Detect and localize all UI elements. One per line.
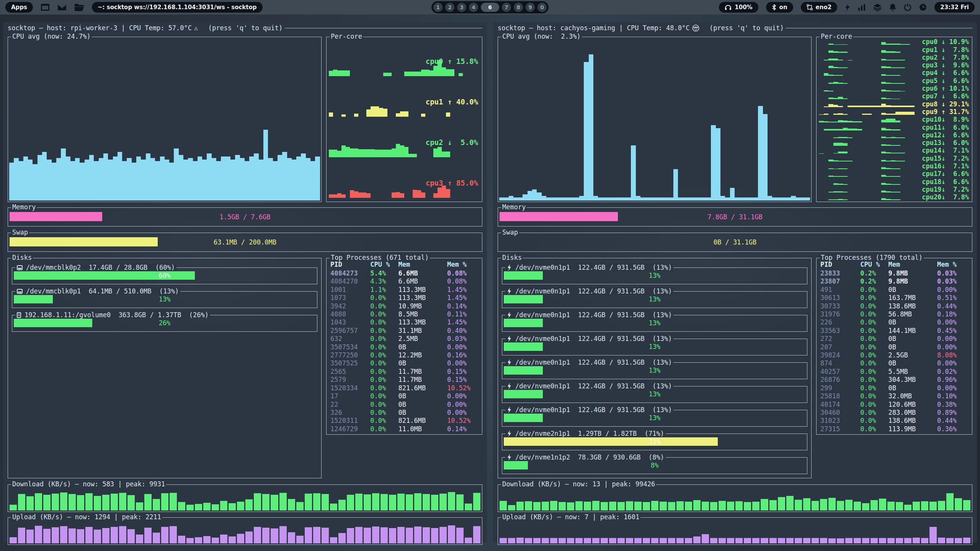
window-icon[interactable] xyxy=(41,3,50,11)
workspace-button[interactable]: 7 xyxy=(502,3,511,12)
workspace-button[interactable]: 3 xyxy=(457,3,466,12)
core-usage-label: cpu7 ↓ 6.6% xyxy=(922,92,969,100)
core-usage-label: cpu3 ↑ 85.0% xyxy=(426,179,478,187)
disk-usage-percent: 13% xyxy=(504,319,805,327)
process-row: 31976 0.0% 56.8MB 0.18% xyxy=(817,310,972,318)
headphones-icon xyxy=(725,4,732,10)
clock-label: 23:32 Fri xyxy=(940,4,969,11)
disk-icon xyxy=(507,336,512,342)
disk-usage-bar: 13% xyxy=(504,414,805,422)
disk-usage-bar: 71% xyxy=(504,437,805,446)
top-bar: Apps ~: socktop ws://192.168.1.104:3031/… xyxy=(0,0,980,15)
download-label: Download (KB/s) — now: 13 | peak: 99426 xyxy=(501,480,656,488)
network-pill[interactable]: eno2 xyxy=(801,2,838,13)
bluetooth-pill[interactable]: on xyxy=(766,2,793,13)
disk-item: /dev/mmcblk0p1 64.1MB / 510.0MB (13%) 13… xyxy=(12,291,317,308)
workspace-button[interactable]: 4 xyxy=(469,3,478,12)
core-usage-label: cpu12↓ 6.6% xyxy=(922,131,969,139)
core-history-chart xyxy=(819,162,915,169)
layers-icon[interactable] xyxy=(873,3,882,11)
workspace-button[interactable]: 8 xyxy=(514,3,523,12)
process-row: 23807 0.2% 9.8MB 0.03% xyxy=(817,277,972,285)
mail-icon[interactable] xyxy=(57,4,67,11)
process-row: 1001 1.1% 113.3MB 1.45% xyxy=(327,286,482,294)
process-row: 2579 0.0% 11.7MB 0.15% xyxy=(327,376,482,384)
core-usage-label: cpu4 ↓ 6.6% xyxy=(922,69,969,77)
core-row: cpu2 ↓ 5.0% xyxy=(327,119,482,160)
process-row: 272 0.0% 0B 0.00% xyxy=(817,335,972,343)
disk-icon xyxy=(507,383,512,390)
core-usage-label: cpu1 ↑ 40.0% xyxy=(426,98,478,106)
disk-usage-percent: 13% xyxy=(504,272,805,279)
disk-item: /dev/mmcblk0p2 17.4GB / 28.8GB (60%) 60% xyxy=(12,267,317,284)
workspace-button[interactable]: 1 xyxy=(433,3,443,12)
process-row: 632 0.0% 2.5MB 0.03% xyxy=(327,335,482,343)
headset-battery-pill[interactable]: 100% xyxy=(719,2,758,13)
disk-info: /dev/nvme0n1p1 122.4GB / 931.5GB (13%) xyxy=(515,382,672,390)
memory-panel: Memory 1.5GB / 7.6GB xyxy=(8,207,482,227)
disk-icon xyxy=(507,407,512,413)
core-row: cpu16↓ 7.1% xyxy=(817,162,972,170)
disk-info: /dev/nvme0n1p1 122.4GB / 931.5GB (13%) xyxy=(515,406,672,414)
process-row: 25818 0.0% 32.0MB 0.10% xyxy=(817,392,972,400)
core-row: cpu3 ↓ 9.6% xyxy=(817,61,972,69)
process-row: 491 0.0% 0B 0.00% xyxy=(817,286,972,294)
disk-header: /dev/nvme2n1p1 1.29TB / 1.82TB (71%) xyxy=(505,430,666,437)
core-row: cpu20↓ 7.8% xyxy=(817,193,972,201)
download-label: Download (KB/s) — now: 583 | peak: 9931 xyxy=(11,480,166,488)
process-row: 40257 0.0% 5.5MB 0.02% xyxy=(817,368,972,376)
swap-label: Swap xyxy=(501,228,519,236)
per-core-panel: Per-core cpu0 ↓ 10.9% cpu1 ↓ 7.8% cpu2 ↓… xyxy=(816,37,972,202)
upload-label: Upload (KB/s) — now: 1294 | peak: 2211 xyxy=(11,513,162,521)
disk-icon xyxy=(17,312,21,318)
disk-usage-percent: 13% xyxy=(14,295,315,303)
audio-levels-icon[interactable] xyxy=(858,4,866,11)
core-row: cpu8 ↓ 29.1% xyxy=(817,100,972,108)
process-row: 33563 0.0% 144.1MB 0.45% xyxy=(817,327,972,335)
top-processes-panel: Top Processes (671 total) PID CPU % Mem … xyxy=(326,258,482,435)
core-usage-label: cpu11↓ 6.0% xyxy=(922,124,969,131)
core-history-chart xyxy=(819,108,915,115)
disk-list: /dev/mmcblk0p2 17.4GB / 28.8GB (60%) 60%… xyxy=(8,258,321,478)
swap-value: 63.1MB / 200.0MB xyxy=(8,238,482,246)
core-usage-label: cpu2 ↓ 7.8% xyxy=(922,54,969,61)
clock-icon[interactable] xyxy=(919,3,927,11)
core-history-chart xyxy=(819,147,915,154)
power-profile-bolt-icon[interactable] xyxy=(845,3,850,11)
process-row: 4088 0.0% 8.5MB 0.11% xyxy=(327,310,482,318)
core-row: cpu19↓ 7.2% xyxy=(817,186,972,193)
top-processes-label: Top Processes (1790 total) xyxy=(820,254,924,261)
swap-value: 0B / 31.1GB xyxy=(498,238,972,246)
memory-value: 7.8GB / 31.1GB xyxy=(498,213,972,221)
title-rule xyxy=(786,28,972,28)
core-usage-label: cpu17↓ 6.6% xyxy=(922,170,969,178)
process-row: 874 0.0% 0B 0.00% xyxy=(817,359,972,367)
bell-icon[interactable] xyxy=(889,3,896,11)
process-row: 23833 0.2% 9.8MB 0.03% xyxy=(817,269,972,277)
disk-header: /dev/mmcblk0p1 64.1MB / 510.0MB (13%) xyxy=(15,287,180,295)
core-row: cpu1 ↓ 7.8% xyxy=(817,46,972,53)
workspace-button[interactable]: 2 xyxy=(445,3,454,12)
disk-usage-percent: 71% xyxy=(504,438,805,445)
disk-usage-percent: 13% xyxy=(504,414,805,422)
swap-panel: Swap 63.1MB / 200.0MB xyxy=(8,233,482,252)
apps-button-label: Apps xyxy=(11,4,27,11)
workspace-button[interactable]: 0 xyxy=(537,3,547,12)
disk-usage-percent: 60% xyxy=(14,272,315,279)
window-title: ~: socktop ws://192.168.1.104:3031/ws - … xyxy=(98,4,257,11)
core-usage-label: cpu5 ↓ 6.6% xyxy=(922,77,969,85)
terminal-window-cachyos-gaming[interactable]: socktop — host: cachyos-gaming | CPU Tem… xyxy=(493,22,977,543)
process-row: 30733 0.0% 138.6MB 0.44% xyxy=(817,302,972,310)
apps-button[interactable]: Apps xyxy=(5,2,33,13)
window-title-pill[interactable]: ~: socktop ws://192.168.1.104:3031/ws - … xyxy=(92,2,263,13)
core-history-chart xyxy=(819,46,915,53)
core-row: cpu4 ↓ 6.6% xyxy=(817,69,972,77)
clock-pill[interactable]: 23:32 Fri xyxy=(934,2,975,13)
headset-battery-value: 100% xyxy=(735,4,752,11)
power-icon[interactable] xyxy=(904,3,911,11)
workspace-button[interactable]: 9 xyxy=(526,3,535,12)
workspace-button[interactable]: 6 xyxy=(481,3,499,12)
terminal-title-line: socktop — host: cachyos-gaming | CPU Tem… xyxy=(498,24,972,32)
terminal-window-rpi-worker-3[interactable]: socktop — host: rpi-worker-3 | CPU Temp:… xyxy=(3,22,487,543)
folder-icon[interactable] xyxy=(74,3,84,11)
